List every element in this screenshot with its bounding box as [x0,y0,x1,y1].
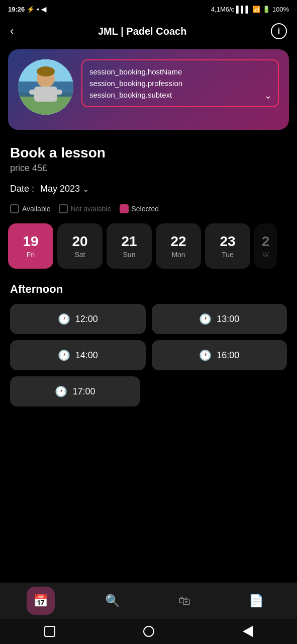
clock-icon: 🕐 [55,385,67,397]
date-picker[interactable]: May 2023 ⌄ [40,184,89,194]
status-time: 19:26 ⚡ ▪ ◀ [8,6,46,13]
nav-search[interactable]: 🔍 [95,583,130,618]
day-number: 19 [23,233,38,250]
time-slot-1700[interactable]: 🕐 17:00 [10,376,140,407]
host-subtext: session_booking.subtext [89,91,271,99]
search-icon: 🔍 [105,594,120,608]
book-title: Book a lesson [10,145,287,161]
calendar-day-partial: 2 W [254,223,277,269]
day-name: Sun [123,251,136,259]
expand-icon[interactable]: ⌄ [264,90,272,101]
hero-card: session_booking.hostName session_booking… [8,49,289,130]
date-row: Date : May 2023 ⌄ [0,184,297,194]
back-button-system[interactable] [243,626,253,637]
not-available-indicator [59,204,68,213]
legend-selected: Selected [120,204,159,213]
time-grid: 🕐 12:00 🕐 13:00 🕐 14:00 🕐 16:00 [10,304,287,370]
date-label: Date : [10,184,34,194]
time-slot-1400[interactable]: 🕐 14:00 [10,340,146,370]
wifi-icon: 📶 [252,6,260,13]
calendar-day-21[interactable]: 21 Sun [107,223,152,269]
status-bar: 19:26 ⚡ ▪ ◀ 4,1M6/c ▌▌▌ 📶 🔋 100% [0,0,297,18]
day-name: Fri [27,251,35,259]
svg-rect-6 [50,90,62,95]
book-section: Book a lesson price 45£ [0,135,297,174]
day-number: 21 [121,233,137,250]
day-name: Sat [74,251,85,259]
clock-icon: 🕐 [199,349,212,361]
time-slot-1600[interactable]: 🕐 16:00 [152,340,287,370]
day-number: 2 [262,233,270,250]
nav-shop[interactable]: 🛍 [167,583,202,618]
calendar-icon: 📅 [33,594,48,608]
legend-row: Available Not available Selected [0,204,297,213]
time-value: 17:00 [72,386,95,397]
available-label: Available [22,205,51,213]
back-button[interactable]: ‹ [10,25,14,38]
day-number: 20 [72,233,87,250]
selected-indicator [120,204,129,213]
document-icon: 📄 [249,594,264,608]
calendar-day-20[interactable]: 20 Sat [57,223,103,269]
system-bar [0,619,297,644]
not-available-label: Not available [71,205,112,213]
calendar-day-19[interactable]: 19 Fri [8,223,53,269]
info-button[interactable]: i [271,23,287,39]
avatar [18,59,73,115]
lightning-icon: ⚡ [27,6,35,13]
host-profession: session_booking.profession [89,79,271,88]
svg-rect-5 [29,90,41,95]
day-name: Tue [222,251,234,259]
nav-document[interactable]: 📄 [239,583,274,618]
legend-not-available: Not available [59,204,112,213]
calendar-row: 19 Fri 20 Sat 21 Sun 22 Mon 23 Tue 2 W [0,223,297,269]
shop-icon: 🛍 [178,594,190,608]
clock-icon: 🕐 [199,313,212,325]
bottom-nav: 📅 🔍 🛍 📄 [0,583,297,619]
date-picker-value: May 2023 [40,184,80,194]
page-title: JML | Padel Coach [98,26,186,37]
clock-icon: 🕐 [58,349,70,361]
calendar-active-bg: 📅 [27,587,55,615]
message-icon: ▪ [37,6,39,13]
time-slot-1200[interactable]: 🕐 12:00 [10,304,146,334]
recent-apps-button[interactable] [44,626,55,637]
battery-icon: 🔋 [262,6,270,13]
day-name: Mon [171,251,185,259]
day-name: W [262,251,269,259]
calendar-day-23[interactable]: 23 Tue [205,223,250,269]
host-name: session_booking.hostName [89,67,271,76]
time-value: 16:00 [217,350,239,361]
time-value: 13:00 [217,314,239,325]
time-value: 14:00 [75,350,98,361]
signal-icon: ◀ [41,6,46,13]
host-info-box[interactable]: session_booking.hostName session_booking… [81,59,279,107]
date-picker-chevron-icon: ⌄ [83,185,89,193]
svg-point-7 [37,66,55,76]
time-section: Afternoon 🕐 12:00 🕐 13:00 🕐 14:00 🕐 16:0… [0,283,297,407]
calendar-day-22[interactable]: 22 Mon [156,223,201,269]
legend-available: Available [10,204,51,213]
day-number: 22 [170,233,186,250]
time-slot-1300[interactable]: 🕐 13:00 [152,304,287,334]
home-button[interactable] [143,626,154,637]
available-indicator [10,204,19,213]
book-price: price 45£ [10,163,287,174]
selected-label: Selected [132,205,159,213]
time-single-row: 🕐 17:00 [10,376,287,407]
time-value: 12:00 [75,314,98,325]
nav-calendar[interactable]: 📅 [23,583,58,618]
status-right: 4,1M6/c ▌▌▌ 📶 🔋 100% [211,6,289,13]
signal-bars-icon: ▌▌▌ [236,6,250,13]
time-section-title: Afternoon [10,283,287,296]
day-number: 23 [220,233,235,250]
clock-icon: 🕐 [58,313,70,325]
header: ‹ JML | Padel Coach i [0,18,297,44]
